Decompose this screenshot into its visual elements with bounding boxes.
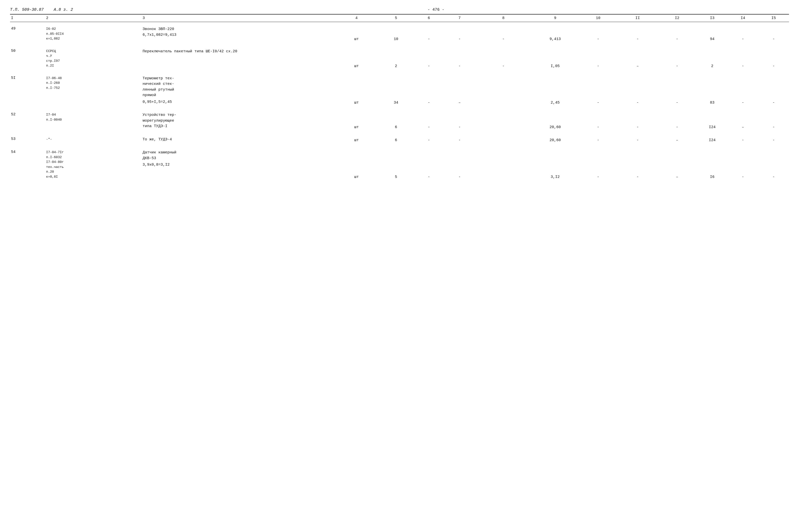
- row-description: Устройство тер- морегулирующее типа ТУДЭ…: [142, 108, 334, 130]
- row-number: 53: [10, 132, 45, 144]
- row-col6: -: [414, 146, 444, 180]
- row-col8: [475, 146, 532, 180]
- row-col10: -: [578, 22, 618, 42]
- row-col6: -: [414, 22, 444, 42]
- row-col13: 83: [697, 71, 728, 106]
- row-col15: -: [758, 22, 789, 42]
- row-col7: -: [444, 22, 475, 42]
- spacer-row: [10, 144, 789, 146]
- column-headers: I 2 3 4 5 6 7 8 9 10 II I2 I3 I4 I5: [10, 14, 789, 22]
- row-col5: 10: [379, 22, 414, 42]
- row-col10: -: [578, 44, 618, 69]
- row-col11: -: [618, 132, 657, 144]
- table-row: 50ССРСЦ ч.У стр.I97 п.2IПереключатель па…: [10, 44, 789, 69]
- row-col7: -: [444, 146, 475, 180]
- main-table: I 2 3 4 5 6 7 8 9 10 II I2 I3 I4 I5 49I6…: [10, 14, 789, 182]
- row-ref: ССРСЦ ч.У стр.I97 п.2I: [45, 44, 142, 69]
- row-col10: -: [578, 146, 618, 180]
- table-row: 52I7-04 п.I-0040Устройство тер- морегули…: [10, 108, 789, 130]
- spacer-row: [10, 42, 789, 44]
- row-col15: -: [758, 44, 789, 69]
- row-unit: шт: [334, 71, 379, 106]
- col-header-14: I4: [728, 14, 759, 22]
- col-header-9: 9: [532, 14, 579, 22]
- row-number: 5I: [10, 71, 45, 106]
- row-col9: I,05: [532, 44, 579, 69]
- row-ref: I7-04-7Iг п.I-6032 I7-04-80г тех.часть п…: [45, 146, 142, 180]
- row-col11: -: [618, 146, 657, 180]
- row-unit: шт: [334, 22, 379, 42]
- col-header-8: 8: [475, 14, 532, 22]
- col-header-11: II: [618, 14, 657, 22]
- col-header-4: 4: [334, 14, 379, 22]
- table-row: 54I7-04-7Iг п.I-6032 I7-04-80г тех.часть…: [10, 146, 789, 180]
- row-col12: –: [657, 132, 697, 144]
- row-col5: 6: [379, 108, 414, 130]
- row-ref: I7-06-48 п.I-260 п.I-752: [45, 71, 142, 106]
- row-col8: [475, 71, 532, 106]
- row-col6: -: [414, 108, 444, 130]
- header-title: Т.П. 509-30.87: [10, 7, 43, 12]
- row-col8: [475, 108, 532, 130]
- row-col10: -: [578, 132, 618, 144]
- row-col6: -: [414, 44, 444, 69]
- row-col7: -: [444, 44, 475, 69]
- row-col5: 6: [379, 132, 414, 144]
- col-header-12: I2: [657, 14, 697, 22]
- row-col5: 34: [379, 71, 414, 106]
- col-header-2: 2: [45, 14, 142, 22]
- row-col14: -: [728, 44, 759, 69]
- header: Т.П. 509-30.87 А.8 з. 2 - 476 -: [10, 7, 789, 12]
- row-col9: 20,60: [532, 108, 579, 130]
- row-col14: -: [728, 71, 759, 106]
- row-col9: 20,60: [532, 132, 579, 144]
- row-col13: I24: [697, 108, 728, 130]
- row-col10: -: [578, 108, 618, 130]
- spacer-row: [10, 69, 789, 71]
- row-ref: I7-04 п.I-0040: [45, 108, 142, 130]
- spacer-row: [10, 130, 789, 132]
- row-unit: шт: [334, 146, 379, 180]
- col-header-7: 7: [444, 14, 475, 22]
- row-col12: –: [657, 146, 697, 180]
- col-header-1: I: [10, 14, 45, 22]
- row-col8: -: [475, 44, 532, 69]
- row-col14: -: [728, 132, 759, 144]
- header-subtitle: А.8 з. 2: [54, 7, 73, 12]
- row-col13: 94: [697, 22, 728, 42]
- col-header-3: 3: [142, 14, 334, 22]
- row-number: 52: [10, 108, 45, 130]
- row-ref: I6-02 п.05-0II4 к=1,082: [45, 22, 142, 42]
- row-col6: -: [414, 71, 444, 106]
- row-col14: –: [728, 108, 759, 130]
- row-col15: -: [758, 108, 789, 130]
- row-unit: шт: [334, 132, 379, 144]
- row-number: 50: [10, 44, 45, 69]
- row-col11: -: [618, 22, 657, 42]
- row-col8: [475, 132, 532, 144]
- spacer-row: [10, 106, 789, 108]
- row-col7: -: [444, 132, 475, 144]
- row-col5: 5: [379, 146, 414, 180]
- row-unit: шт: [334, 108, 379, 130]
- row-col8: -: [475, 22, 532, 42]
- row-col11: –: [618, 44, 657, 69]
- row-ref: -"-: [45, 132, 142, 144]
- table-row: 49I6-02 п.05-0II4 к=1,082Звонок ЗВП-220 …: [10, 22, 789, 42]
- row-col7: –: [444, 71, 475, 106]
- col-header-6: 6: [414, 14, 444, 22]
- row-col15: -: [758, 132, 789, 144]
- spacer-row: [10, 180, 789, 182]
- row-number: 49: [10, 22, 45, 42]
- row-col14: -: [728, 146, 759, 180]
- header-page: - 476 -: [428, 7, 444, 12]
- row-col14: -: [728, 22, 759, 42]
- row-unit: шт: [334, 44, 379, 69]
- row-description: Переключатель пакетный типа ШЕ-I0/42 сх.…: [142, 44, 334, 69]
- row-col15: -: [758, 146, 789, 180]
- table-row: 53-"-То же, ТУДЭ-4шт6--20,60--–I24--: [10, 132, 789, 144]
- row-description: Звонок ЗВП-220 6,7х1,082=9,413: [142, 22, 334, 42]
- row-col6: -: [414, 132, 444, 144]
- row-description: Датчик камерный ДКВ-533,9х0,8=3,I2: [142, 146, 334, 180]
- col-header-13: I3: [697, 14, 728, 22]
